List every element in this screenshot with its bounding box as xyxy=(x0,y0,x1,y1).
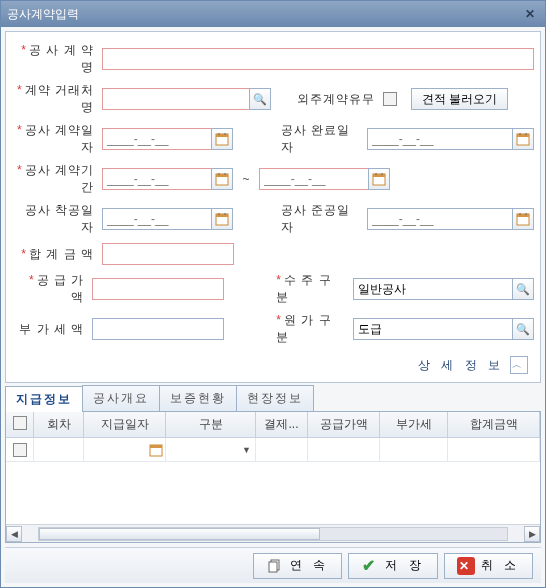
cell-vat[interactable] xyxy=(380,438,448,461)
calendar-icon xyxy=(516,132,530,146)
grid-body: ▼ xyxy=(6,438,540,524)
label-complete-date: 공사 완료일자 xyxy=(281,123,350,154)
calendar-icon xyxy=(372,172,386,186)
load-quote-button[interactable]: 견적 불러오기 xyxy=(411,88,508,110)
cell-pay-date[interactable] xyxy=(84,438,166,461)
cell-supply[interactable] xyxy=(308,438,380,461)
table-row[interactable]: ▼ xyxy=(6,438,540,462)
cost-type-input[interactable] xyxy=(353,318,513,340)
col-category[interactable]: 구분 xyxy=(166,412,256,437)
search-icon: 🔍 xyxy=(516,323,530,336)
cell-payment[interactable] xyxy=(256,438,308,461)
close-button[interactable]: ✕ xyxy=(521,5,539,23)
scroll-track[interactable] xyxy=(38,527,508,541)
label-contract-date: 공사 계약일자 xyxy=(25,123,94,154)
cell-total[interactable] xyxy=(448,438,540,461)
label-finish-date: 공사 준공일자 xyxy=(281,203,350,234)
period-to-cal-button[interactable] xyxy=(368,168,390,190)
scroll-right-button[interactable]: ▶ xyxy=(524,526,540,542)
chevron-up-icon: ︿ xyxy=(512,358,526,372)
svg-rect-5 xyxy=(517,134,529,137)
window-title: 공사계약입력 xyxy=(7,6,79,23)
svg-rect-1 xyxy=(216,134,228,137)
col-pay-date[interactable]: 지급일자 xyxy=(84,412,166,437)
label-supply-amount: 공 급 가 액 xyxy=(37,273,85,304)
detail-info-label: 상 세 정 보 xyxy=(418,357,504,374)
scroll-left-button[interactable]: ◀ xyxy=(6,526,22,542)
col-supply[interactable]: 공급가액 xyxy=(308,412,380,437)
tab-overview[interactable]: 공사개요 xyxy=(82,385,160,411)
col-round[interactable]: 회차 xyxy=(34,412,84,437)
order-type-input[interactable] xyxy=(353,278,513,300)
titlebar: 공사계약입력 ✕ xyxy=(1,1,545,27)
cell-category[interactable]: ▼ xyxy=(166,438,256,461)
contract-partner-input[interactable] xyxy=(102,88,250,110)
order-type-search-button[interactable]: 🔍 xyxy=(512,278,534,300)
label-outsource: 외주계약유무 xyxy=(297,92,375,106)
svg-rect-17 xyxy=(216,214,228,217)
continue-label: 연 속 xyxy=(290,557,329,574)
scroll-thumb[interactable] xyxy=(39,528,320,540)
cancel-label: 취 소 xyxy=(481,557,520,574)
grid-select-all-checkbox[interactable] xyxy=(13,416,27,430)
label-total-amount: 합 계 금 액 xyxy=(29,247,94,261)
save-label: 저 장 xyxy=(385,557,424,574)
contract-date-cal-button[interactable] xyxy=(211,128,233,150)
contract-date-input[interactable] xyxy=(102,128,212,150)
tab-payment-info[interactable]: 지급정보 xyxy=(5,386,83,412)
calendar-icon xyxy=(215,212,229,226)
finish-date-input[interactable] xyxy=(367,208,513,230)
contract-period-to-input[interactable] xyxy=(259,168,369,190)
label-cost-type: 원 가 구 분 xyxy=(276,313,331,344)
continue-button[interactable]: 연 속 xyxy=(253,553,342,579)
footer-bar: 연 속 ✔ 저 장 ✕ 취 소 xyxy=(5,547,541,583)
check-icon: ✔ xyxy=(361,557,379,575)
contract-period-from-input[interactable] xyxy=(102,168,212,190)
svg-rect-21 xyxy=(517,214,529,217)
grid-header: 회차 지급일자 구분 결제... 공급가액 부가세 합계금액 xyxy=(6,412,540,438)
contract-name-input[interactable] xyxy=(102,48,534,70)
partner-search-button[interactable]: 🔍 xyxy=(249,88,271,110)
vat-amount-input[interactable] xyxy=(92,318,224,340)
col-payment[interactable]: 결제... xyxy=(256,412,308,437)
form-panel: *공 사 계 약 명 *계약 거래처명 🔍 외주계약유무 견적 불러오기 *공사… xyxy=(5,31,541,383)
finish-date-cal-button[interactable] xyxy=(512,208,534,230)
save-button[interactable]: ✔ 저 장 xyxy=(348,553,437,579)
label-start-date: 공사 착공일자 xyxy=(25,203,94,234)
period-from-cal-button[interactable] xyxy=(211,168,233,190)
cell-round[interactable] xyxy=(34,438,84,461)
outsource-checkbox[interactable] xyxy=(383,92,397,106)
calendar-icon xyxy=(149,443,163,457)
complete-date-cal-button[interactable] xyxy=(512,128,534,150)
svg-rect-13 xyxy=(373,174,385,177)
col-vat[interactable]: 부가세 xyxy=(380,412,448,437)
start-date-input[interactable] xyxy=(102,208,212,230)
label-vat-amount: 부 가 세 액 xyxy=(19,322,84,336)
tab-guarantee[interactable]: 보증현황 xyxy=(159,385,237,411)
label-contract-name: 공 사 계 약 명 xyxy=(29,43,94,74)
label-contract-period: 공사 계약기간 xyxy=(25,163,94,194)
search-icon: 🔍 xyxy=(253,93,267,106)
content-area: *공 사 계 약 명 *계약 거래처명 🔍 외주계약유무 견적 불러오기 *공사… xyxy=(1,27,545,587)
horizontal-scrollbar[interactable]: ◀ ▶ xyxy=(6,524,540,542)
label-order-type: 수 주 구 분 xyxy=(276,273,331,304)
grid-panel: 회차 지급일자 구분 결제... 공급가액 부가세 합계금액 ▼ xyxy=(5,412,541,543)
svg-rect-27 xyxy=(269,562,277,572)
cancel-button[interactable]: ✕ 취 소 xyxy=(444,553,533,579)
svg-rect-25 xyxy=(150,445,162,448)
row-checkbox[interactable] xyxy=(13,443,27,457)
tab-site-info[interactable]: 현장정보 xyxy=(236,385,314,411)
expand-detail-button[interactable]: ︿ xyxy=(510,356,528,374)
range-tilde: ~ xyxy=(237,172,255,186)
calendar-icon xyxy=(516,212,530,226)
complete-date-input[interactable] xyxy=(367,128,513,150)
label-contract-partner: 계약 거래처명 xyxy=(25,83,94,114)
supply-amount-input[interactable] xyxy=(92,278,224,300)
copy-icon xyxy=(266,557,284,575)
chevron-down-icon: ▼ xyxy=(242,445,251,455)
cost-type-search-button[interactable]: 🔍 xyxy=(512,318,534,340)
col-total[interactable]: 합계금액 xyxy=(448,412,540,437)
calendar-icon xyxy=(215,132,229,146)
start-date-cal-button[interactable] xyxy=(211,208,233,230)
total-amount-input[interactable] xyxy=(102,243,234,265)
